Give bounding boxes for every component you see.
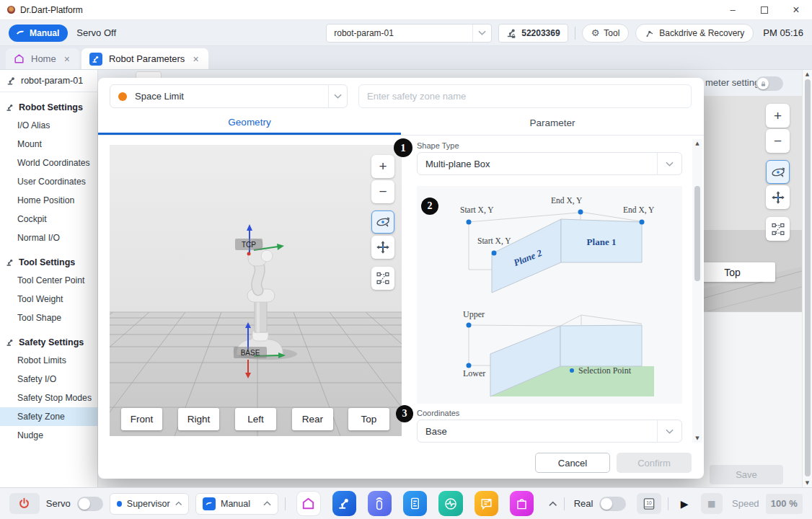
robot-icon (6, 76, 17, 86)
viewport-pan-button[interactable] (371, 236, 394, 259)
save-button[interactable]: Save (710, 465, 783, 484)
zone-type-value: Space Limit (127, 91, 328, 102)
sidebar-item-tool-weight[interactable]: Tool Weight (0, 290, 97, 309)
collapse-dock-icon[interactable] (549, 501, 557, 507)
real-mode-toggle[interactable] (599, 497, 625, 511)
cancel-button[interactable]: Cancel (535, 453, 610, 473)
chevron-down-icon (472, 25, 491, 42)
sidebar-header: robot-param-01 (0, 70, 97, 92)
shape-type-select[interactable]: Multi-plane Box (417, 152, 682, 175)
settings-lock-toggle[interactable] (756, 76, 783, 91)
bg-orbit-button[interactable] (766, 160, 790, 184)
panel-scrollbar[interactable]: ▲ ▼ (692, 139, 702, 443)
view-top-button[interactable]: Top (348, 408, 389, 430)
main-scrollbar[interactable]: ▲ ▼ (802, 70, 812, 487)
bg-zoom-in-button[interactable]: + (766, 104, 790, 128)
chevron-down-icon (657, 152, 681, 175)
tab-home[interactable]: Home × (6, 48, 79, 69)
measure-icon (376, 271, 390, 285)
log-button[interactable]: 10 (637, 493, 661, 514)
mode-manual-button[interactable]: Manual (9, 25, 68, 42)
zone-3d-viewport[interactable]: TCP BASE + − Fr (110, 145, 402, 436)
tab-parameter[interactable]: Parameter (401, 111, 704, 135)
sidebar-header-label: robot-param-01 (21, 76, 83, 86)
bg-measure-button[interactable] (766, 217, 790, 241)
sidebar-item-safety-stop-modes[interactable]: Safety Stop Modes (0, 389, 97, 407)
sidebar-item-home-position[interactable]: Home Position (0, 191, 97, 210)
confirm-button[interactable]: Confirm (617, 453, 692, 473)
app-monitor-icon[interactable] (438, 491, 462, 516)
scroll-down-icon[interactable]: ▼ (803, 480, 812, 486)
tab-geometry[interactable]: Geometry (98, 111, 401, 135)
bottombar-divider (668, 497, 668, 510)
app-message-icon[interactable] (475, 491, 498, 516)
pan-icon (376, 240, 390, 254)
viewport-zoom-out-button[interactable]: − (371, 180, 394, 203)
play-button[interactable]: ▶ (675, 498, 694, 510)
tab-robot-parameters-label: Robot Parameters (109, 53, 185, 64)
bg-zoom-out-button[interactable]: − (766, 129, 790, 153)
viewport-measure-button[interactable] (371, 267, 394, 290)
scroll-down-icon[interactable]: ▼ (692, 435, 702, 441)
maximize-button[interactable] (749, 0, 780, 20)
app-logo-icon (7, 6, 15, 14)
robot-parameters-icon (89, 53, 102, 66)
viewport-orbit-button[interactable] (371, 210, 394, 234)
tab-robot-parameters-close-icon[interactable]: × (191, 53, 200, 65)
app-home-icon[interactable] (296, 491, 320, 516)
titlebar: Dr.Dart-Platform – × (0, 0, 812, 20)
robot-icon (6, 338, 14, 347)
mode-select[interactable]: Manual (195, 493, 278, 515)
app-jog-icon[interactable] (368, 491, 392, 516)
minimize-button[interactable]: – (717, 0, 749, 20)
sidebar-item-tool-center-point[interactable]: Tool Center Point (0, 271, 97, 290)
robot-icon (6, 258, 14, 267)
zone-type-select[interactable]: Space Limit (110, 84, 348, 108)
app-store-icon[interactable] (510, 491, 534, 516)
scroll-up-icon[interactable]: ▲ (803, 71, 812, 77)
role-select[interactable]: Supervisor (110, 493, 189, 515)
sidebar-item-robot-limits[interactable]: Robot Limits (0, 351, 97, 370)
servo-toggle[interactable] (77, 497, 103, 511)
bg-pan-button[interactable] (766, 185, 790, 209)
sidebar-item-safety-io[interactable]: Safety I/O (0, 370, 97, 389)
view-rear-button[interactable]: Rear (292, 408, 333, 430)
servo-label: Servo (46, 498, 71, 509)
sidebar-item-mount[interactable]: Mount (0, 135, 97, 154)
tcp-label: TCP (235, 239, 262, 250)
tool-button[interactable]: ⚙ Tool (582, 24, 630, 43)
app-robot-params-icon[interactable] (332, 491, 356, 516)
coordinates-select[interactable]: Base (417, 420, 682, 443)
sidebar-item-cockpit[interactable]: Cockpit (0, 210, 97, 229)
chevron-up-icon (175, 501, 182, 506)
sidebar-item-safety-zone[interactable]: Safety Zone (0, 407, 97, 426)
lock-icon (760, 81, 767, 87)
sidebar-item-user-coordinates[interactable]: User Coordinates (0, 172, 97, 191)
tab-robot-parameters[interactable]: Robot Parameters × (81, 48, 208, 69)
servo-power-button[interactable] (9, 493, 40, 514)
sidebar-item-io-alias[interactable]: I/O Alias (0, 116, 97, 135)
view-front-button[interactable]: Front (121, 408, 162, 430)
robot-config-select[interactable]: robot-param-01 (326, 24, 492, 43)
zone-name-input[interactable] (358, 84, 692, 108)
scroll-up-icon[interactable]: ▲ (692, 141, 702, 146)
pan-icon (771, 190, 785, 205)
robot-serial-badge[interactable]: 52203369 (498, 24, 568, 43)
sidebar-item-normal-io[interactable]: Normal I/O (0, 229, 97, 247)
manual-mode-icon (203, 497, 216, 510)
sidebar-item-nudge[interactable]: Nudge (0, 426, 97, 445)
plane-1-label: Plane 1 (561, 236, 642, 248)
sidebar-item-tool-shape[interactable]: Tool Shape (0, 309, 97, 327)
stop-button[interactable]: ■ (701, 493, 723, 514)
view-right-button[interactable]: Right (178, 408, 219, 430)
panel-scrollbar-thumb[interactable] (694, 186, 700, 281)
sidebar-item-world-coordinates[interactable]: World Coordinates (0, 154, 97, 172)
view-left-button[interactable]: Left (235, 408, 276, 430)
tab-home-close-icon[interactable]: × (63, 53, 71, 65)
backdrive-recovery-button[interactable]: Backdrive & Recovery (635, 24, 754, 43)
main-scrollbar-thumb[interactable] (805, 79, 811, 476)
close-button[interactable]: × (780, 0, 812, 20)
viewport-zoom-in-button[interactable]: + (371, 155, 394, 178)
chevron-up-icon (263, 501, 271, 506)
app-task-icon[interactable] (403, 491, 427, 516)
